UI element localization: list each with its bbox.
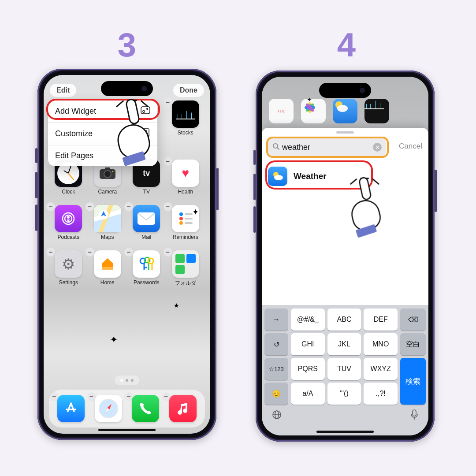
svg-point-10 [112, 171, 113, 172]
key-next[interactable]: → [264, 309, 288, 331]
svg-point-19 [179, 217, 183, 220]
wallpaper-sparkle: ✦ [110, 334, 118, 346]
sheet-grabber[interactable] [336, 131, 354, 134]
app-label: Stocks [178, 130, 193, 136]
globe-icon[interactable] [271, 409, 282, 423]
search-value: weather [282, 143, 310, 152]
app-podcasts[interactable]: – Podcasts [49, 205, 88, 240]
app-settings[interactable]: – ⚙︎ Settings [49, 250, 88, 287]
phone-frame-step3: Edit Done – Stocks Add Widget Custom [37, 69, 216, 440]
bg-app-calendar: TUE [269, 99, 294, 123]
weather-icon [268, 167, 287, 186]
svg-point-8 [104, 171, 111, 178]
key-def[interactable]: DEF [364, 309, 398, 331]
screen-4: TUE ✦ weather ✕ Cancel Weather [262, 77, 428, 435]
menu-edit-pages[interactable]: Edit Pages [48, 145, 157, 166]
svg-rect-22 [185, 222, 193, 224]
phone-frame-step4: TUE ✦ weather ✕ Cancel Weather [256, 71, 435, 442]
app-home[interactable]: – Home [88, 250, 127, 287]
dynamic-island [319, 83, 371, 98]
key-search[interactable]: 検索 [400, 358, 426, 405]
key-wxyz[interactable]: WXYZ [364, 358, 398, 380]
key-abc[interactable]: ABC [327, 309, 361, 331]
remove-badge[interactable]: – [164, 98, 172, 107]
dynamic-island [101, 81, 153, 96]
svg-line-38 [277, 148, 279, 149]
blurred-home-row: TUE ✦ [262, 99, 428, 123]
svg-point-36 [337, 105, 348, 112]
app-passwords[interactable]: – Passwords [127, 250, 166, 287]
key-emoji[interactable]: 😊 [264, 383, 288, 405]
svg-rect-23 [102, 267, 113, 270]
app-maps[interactable]: – Maps [88, 205, 127, 240]
key-ghi[interactable]: GHI [291, 333, 325, 355]
menu-add-widget[interactable]: Add Widget [48, 100, 157, 123]
bg-app-photos [301, 99, 326, 123]
key-punct[interactable]: .,?! [364, 383, 398, 405]
dock-appstore[interactable]: – [52, 395, 90, 422]
svg-rect-0 [141, 107, 150, 114]
edit-button[interactable]: Edit [50, 84, 76, 97]
key-case[interactable]: a/A [291, 383, 325, 405]
svg-rect-18 [185, 213, 193, 215]
result-weather[interactable]: Weather [268, 163, 371, 190]
svg-point-1 [146, 108, 148, 110]
svg-point-2 [143, 111, 145, 112]
dock-safari[interactable]: – [90, 395, 127, 422]
clear-icon[interactable]: ✕ [373, 143, 382, 152]
bg-app-stocks [364, 99, 389, 123]
customize-icon [142, 128, 150, 139]
svg-point-40 [274, 175, 283, 180]
search-icon [272, 143, 279, 152]
result-label: Weather [294, 171, 327, 181]
menu-label: Edit Pages [55, 151, 93, 160]
svg-point-21 [179, 221, 183, 225]
wallpaper-sparkle: ✦ [192, 207, 199, 217]
search-input[interactable]: weather ✕ [268, 138, 386, 156]
svg-rect-20 [185, 218, 193, 219]
key-pqrs[interactable]: PQRS [291, 358, 325, 380]
mic-icon[interactable] [410, 409, 419, 423]
menu-label: Add Widget [55, 107, 96, 116]
home-indicator[interactable] [98, 429, 156, 431]
app-health[interactable]: – ♥︎ Health [166, 160, 205, 195]
menu-label: Customize [55, 129, 93, 138]
svg-rect-44 [413, 410, 416, 416]
done-button[interactable]: Done [173, 84, 204, 97]
cancel-button[interactable]: Cancel [399, 142, 422, 151]
dock-phone[interactable]: – [127, 395, 164, 422]
key-123[interactable]: ☆123 [264, 358, 288, 380]
svg-rect-6 [145, 134, 148, 135]
app-folder[interactable]: – フォルダ [166, 250, 205, 287]
svg-rect-16 [138, 212, 155, 225]
home-indicator[interactable] [316, 431, 374, 433]
screen-3: Edit Done – Stocks Add Widget Custom [44, 75, 210, 434]
key-backspace[interactable]: ⌫ [400, 309, 426, 331]
key-symbols[interactable]: @#/&_ [291, 309, 325, 331]
key-undo[interactable]: ↺ [264, 333, 288, 355]
key-space[interactable]: 空白 [400, 333, 426, 355]
svg-rect-5 [145, 133, 148, 134]
page-indicator[interactable] [115, 376, 139, 385]
svg-point-4 [146, 130, 147, 132]
dock-music[interactable]: – [164, 395, 202, 422]
app-reminders[interactable]: – Reminders [166, 205, 205, 240]
key-quotes[interactable]: '"() [327, 383, 361, 405]
key-jkl[interactable]: JKL [327, 333, 361, 355]
key-mno[interactable]: MNO [364, 333, 398, 355]
svg-point-17 [179, 212, 183, 216]
keyboard: → @#/&_ ABC DEF ⌫ ↺ GHI JKL MNO 空白 ☆123 … [262, 305, 428, 435]
app-mail[interactable]: – Mail [127, 205, 166, 240]
bg-app-weather [333, 99, 357, 123]
context-menu: Add Widget Customize Edit Pages [48, 100, 157, 166]
widget-icon [141, 106, 150, 116]
svg-rect-9 [105, 167, 110, 170]
step-number-4: 4 [333, 26, 360, 64]
dock: – – – – [49, 390, 205, 428]
menu-customize[interactable]: Customize [48, 123, 157, 145]
app-stocks[interactable]: – Stocks [166, 100, 205, 136]
wallpaper-star: ★ [174, 302, 179, 309]
home-row-3: – Podcasts – Maps – Mail – Reminders [44, 205, 210, 240]
home-row-4: – ⚙︎ Settings – Home – Passwords – フォルダ [44, 250, 210, 287]
key-tuv[interactable]: TUV [327, 358, 361, 380]
